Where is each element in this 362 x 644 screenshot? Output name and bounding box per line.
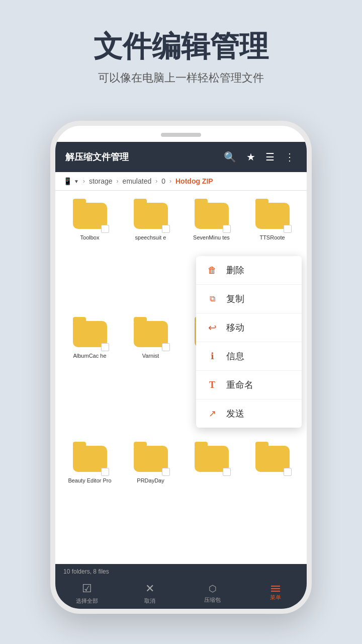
send-label: 发送 (226, 408, 244, 420)
context-move[interactable]: ↩ 移动 (196, 313, 302, 342)
device-icon: 📱 (63, 177, 72, 185)
delete-label: 删除 (226, 264, 244, 276)
file-item-prdayday[interactable]: PRDayDay (122, 442, 179, 556)
sub-title: 可以像在电脑上一样轻松管理文件 (20, 70, 342, 86)
app-toolbar: 解压缩文件管理 🔍 ★ ☰ ⋮ (55, 142, 307, 172)
info-icon: ℹ (206, 350, 218, 362)
send-icon: ↗ (206, 408, 218, 420)
file-item-folder11[interactable] (183, 442, 240, 556)
compress-icon: ⬡ (209, 583, 217, 594)
breadcrumb-0[interactable]: 0 (161, 177, 165, 185)
file-item-beauty[interactable]: Beauty Editor Pro (61, 442, 118, 556)
header-area: 文件编辑管理 可以像在电脑上一样轻松管理文件 (0, 0, 362, 106)
main-title: 文件编辑管理 (20, 30, 342, 62)
select-all-icon: ☑ (82, 582, 92, 595)
context-delete[interactable]: 🗑 删除 (196, 256, 302, 285)
file-item-speechsuite[interactable]: speechsuit e (122, 199, 179, 313)
rename-label: 重命名 (226, 379, 253, 391)
device-indicator[interactable]: 📱 ▼ (63, 177, 79, 185)
phone-mockup: 解压缩文件管理 🔍 ★ ☰ ⋮ 📱 ▼ › storage › emulated… (50, 121, 312, 614)
menu-label: 菜单 (270, 594, 281, 601)
copy-icon: ⧉ (206, 293, 218, 305)
status-text: 10 folders, 8 files (63, 568, 109, 575)
bottom-nav: ☑ 选择全部 ✕ 取消 ⬡ 压缩包 菜单 (55, 577, 307, 609)
app-content: 解压缩文件管理 🔍 ★ ☰ ⋮ 📱 ▼ › storage › emulated… (55, 142, 307, 609)
toolbar-title: 解压缩文件管理 (65, 151, 216, 163)
file-item-varnist[interactable]: Varnist (122, 317, 179, 438)
breadcrumb-emulated[interactable]: emulated (123, 177, 152, 185)
nav-select-all[interactable]: ☑ 选择全部 (55, 582, 118, 605)
move-label: 移动 (226, 321, 244, 334)
status-bar: 10 folders, 8 files (55, 564, 307, 577)
compress-label: 压缩包 (204, 596, 221, 604)
menu-icon[interactable]: ☰ (263, 149, 277, 165)
move-icon: ↩ (206, 321, 218, 334)
cancel-label: 取消 (144, 597, 155, 605)
dropdown-arrow: ▼ (74, 179, 79, 184)
copy-label: 复制 (226, 293, 244, 305)
breadcrumb-active[interactable]: Hotdog ZIP (175, 177, 213, 185)
context-send[interactable]: ↗ 发送 (196, 399, 302, 428)
nav-compress[interactable]: ⬡ 压缩包 (181, 583, 244, 604)
search-icon[interactable]: 🔍 (222, 149, 238, 165)
file-label-toolbox: Toolbox (80, 234, 100, 241)
context-menu: 🗑 删除 ⧉ 复制 ↩ 移动 ℹ 信息 T 重命名 (196, 256, 302, 428)
info-label: 信息 (226, 350, 244, 362)
breadcrumb-bar: 📱 ▼ › storage › emulated › 0 › Hotdog ZI… (55, 172, 307, 191)
select-all-label: 选择全部 (76, 597, 98, 605)
star-icon[interactable]: ★ (244, 149, 257, 165)
menu-lines-icon (271, 586, 280, 592)
file-label-sevenminutes: SevenMinu tes (193, 234, 230, 241)
file-label-albumcache: AlbumCac he (73, 352, 106, 359)
file-grid: Toolbox speechsuit e SevenMinu tes (55, 191, 307, 564)
file-label-prdayday: PRDayDay (137, 477, 164, 484)
nav-menu[interactable]: 菜单 (244, 586, 307, 601)
nav-cancel[interactable]: ✕ 取消 (118, 582, 181, 605)
more-icon[interactable]: ⋮ (283, 149, 297, 165)
context-rename[interactable]: T 重命名 (196, 371, 302, 399)
file-label-speechsuite: speechsuit e (135, 234, 166, 241)
file-label-beauty: Beauty Editor Pro (68, 477, 111, 484)
cancel-icon: ✕ (145, 582, 154, 595)
file-item-albumcache[interactable]: AlbumCac he (61, 317, 118, 438)
phone-speaker (161, 133, 201, 137)
file-label-varnist: Varnist (142, 352, 159, 359)
file-item-folder12[interactable] (244, 442, 301, 556)
context-copy[interactable]: ⧉ 复制 (196, 285, 302, 313)
file-item-toolbox[interactable]: Toolbox (61, 199, 118, 313)
delete-icon: 🗑 (206, 264, 218, 276)
context-info[interactable]: ℹ 信息 (196, 342, 302, 371)
breadcrumb-storage[interactable]: storage (89, 177, 113, 185)
rename-icon: T (206, 379, 218, 391)
file-label-ttsroote: TTSRoote (259, 234, 285, 241)
